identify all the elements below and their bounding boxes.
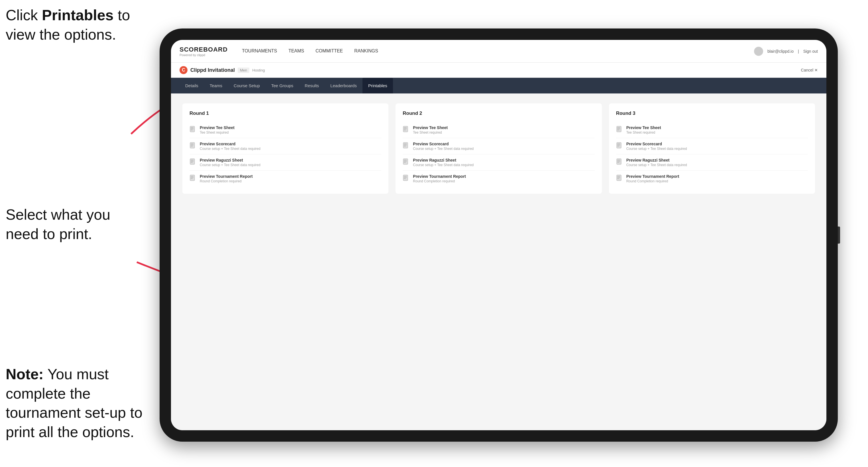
svg-rect-3 <box>191 127 193 128</box>
document-icon-8 <box>403 175 409 183</box>
round3-scorecard-title: Preview Scorecard <box>626 142 687 146</box>
round1-tee-sheet-sub: Tee Sheet required <box>200 130 235 134</box>
round2-report-text: Preview Tournament Report Round Completi… <box>413 174 466 183</box>
svg-rect-31 <box>404 176 407 177</box>
tab-details[interactable]: Details <box>180 78 204 93</box>
svg-rect-32 <box>404 177 407 178</box>
svg-rect-13 <box>191 162 193 163</box>
svg-rect-25 <box>404 146 406 147</box>
svg-rect-47 <box>617 176 620 177</box>
tab-leaderboards[interactable]: Leaderboards <box>324 78 363 93</box>
tournament-status: Hosting <box>252 68 265 72</box>
round2-scorecard-title: Preview Scorecard <box>413 142 474 146</box>
nav-tournaments[interactable]: TOURNAMENTS <box>242 49 277 54</box>
round2-tournament-report[interactable]: Preview Tournament Report Round Completi… <box>403 171 594 187</box>
document-icon-7 <box>403 158 409 166</box>
svg-rect-37 <box>617 130 619 130</box>
round3-raguzzi[interactable]: Preview Raguzzi Sheet Course setup + Tee… <box>616 154 808 171</box>
round3-report-sub: Round Completion required <box>626 179 679 183</box>
tab-tee-groups[interactable]: Tee Groups <box>266 78 299 93</box>
svg-rect-2 <box>190 126 195 132</box>
tablet-screen: SCOREBOARD Powered by clippd TOURNAMENTS… <box>171 40 827 430</box>
svg-rect-7 <box>191 144 193 144</box>
tournament-logo: C <box>180 66 187 74</box>
svg-rect-12 <box>191 161 193 161</box>
document-icon-4 <box>189 175 196 183</box>
round1-scorecard[interactable]: Preview Scorecard Course setup + Tee She… <box>189 138 381 154</box>
svg-rect-26 <box>403 159 408 164</box>
svg-rect-38 <box>617 143 621 148</box>
round3-tee-sheet-text: Preview Tee Sheet Tee Sheet required <box>626 125 661 134</box>
tab-printables[interactable]: Printables <box>363 78 393 93</box>
round2-tee-sheet-title: Preview Tee Sheet <box>413 125 448 130</box>
svg-rect-30 <box>403 175 408 181</box>
round1-tournament-report[interactable]: Preview Tournament Report Round Completi… <box>189 171 381 187</box>
tab-results[interactable]: Results <box>299 78 324 93</box>
round3-report-title: Preview Tournament Report <box>626 174 679 179</box>
round1-raguzzi-sub: Course setup + Tee Sheet data required <box>200 163 260 167</box>
svg-rect-42 <box>617 159 621 164</box>
document-icon-6 <box>403 142 409 150</box>
round2-scorecard[interactable]: Preview Scorecard Course setup + Tee She… <box>403 138 594 154</box>
top-nav: SCOREBOARD Powered by clippd TOURNAMENTS… <box>171 40 827 63</box>
svg-rect-9 <box>191 146 193 147</box>
svg-rect-39 <box>617 144 620 144</box>
nav-teams[interactable]: TEAMS <box>288 49 304 54</box>
document-icon-12 <box>616 175 623 183</box>
cancel-button[interactable]: Cancel ✕ <box>801 68 818 72</box>
round2-raguzzi[interactable]: Preview Raguzzi Sheet Course setup + Tee… <box>403 154 594 171</box>
annotation-middle: Select what you need to print. <box>6 205 143 244</box>
document-icon-2 <box>189 142 196 150</box>
round2-tee-sheet[interactable]: Preview Tee Sheet Tee Sheet required <box>403 122 594 138</box>
round2-report-title: Preview Tournament Report <box>413 174 466 179</box>
round1-report-text: Preview Tournament Report Round Completi… <box>200 174 253 183</box>
separator: | <box>798 49 799 54</box>
round2-raguzzi-title: Preview Raguzzi Sheet <box>413 158 474 162</box>
sign-out[interactable]: Sign out <box>803 49 818 54</box>
svg-rect-35 <box>617 127 620 128</box>
round-2-title: Round 2 <box>403 111 594 116</box>
svg-rect-14 <box>190 175 195 181</box>
round1-tee-sheet-title: Preview Tee Sheet <box>200 125 235 130</box>
round3-tournament-report[interactable]: Preview Tournament Report Round Completi… <box>616 171 808 187</box>
svg-rect-18 <box>403 126 408 132</box>
tablet: SCOREBOARD Powered by clippd TOURNAMENTS… <box>160 29 838 442</box>
svg-rect-22 <box>403 143 408 148</box>
round1-scorecard-text: Preview Scorecard Course setup + Tee She… <box>200 142 260 151</box>
svg-rect-49 <box>617 178 619 179</box>
svg-rect-28 <box>404 161 407 161</box>
nav-committee[interactable]: COMMITTEE <box>315 49 343 54</box>
round2-raguzzi-text: Preview Raguzzi Sheet Course setup + Tee… <box>413 158 474 167</box>
nav-rankings[interactable]: RANKINGS <box>354 49 378 54</box>
svg-rect-17 <box>191 178 193 179</box>
tournament-bar: C Clippd Invitational Men Hosting Cancel… <box>171 63 827 78</box>
round1-tee-sheet[interactable]: Preview Tee Sheet Tee Sheet required <box>189 122 381 138</box>
round3-tee-sheet[interactable]: Preview Tee Sheet Tee Sheet required <box>616 122 808 138</box>
svg-rect-48 <box>617 177 620 178</box>
tab-course-setup[interactable]: Course Setup <box>228 78 266 93</box>
svg-rect-15 <box>191 176 193 177</box>
note-bold: Note: <box>6 366 43 382</box>
round1-scorecard-sub: Course setup + Tee Sheet data required <box>200 147 260 151</box>
tab-teams[interactable]: Teams <box>204 78 228 93</box>
round1-raguzzi[interactable]: Preview Raguzzi Sheet Course setup + Tee… <box>189 154 381 171</box>
round-1-title: Round 1 <box>189 111 381 116</box>
document-icon-3 <box>189 158 196 166</box>
round3-tee-sheet-title: Preview Tee Sheet <box>626 125 661 130</box>
round1-report-title: Preview Tournament Report <box>200 174 253 179</box>
round3-scorecard[interactable]: Preview Scorecard Course setup + Tee She… <box>616 138 808 154</box>
svg-rect-24 <box>404 145 407 145</box>
printables-bold: Printables <box>42 7 114 23</box>
round3-raguzzi-text: Preview Raguzzi Sheet Course setup + Tee… <box>626 158 687 167</box>
round1-report-sub: Round Completion required <box>200 179 253 183</box>
tournament-badge: Men <box>238 67 249 73</box>
sub-nav: Details Teams Course Setup Tee Groups Re… <box>171 78 827 93</box>
document-icon <box>189 126 196 134</box>
tournament-name: Clippd Invitational <box>190 67 235 73</box>
svg-rect-8 <box>191 145 193 145</box>
round3-raguzzi-title: Preview Raguzzi Sheet <box>626 158 687 162</box>
svg-rect-43 <box>617 160 620 160</box>
user-avatar <box>754 47 763 56</box>
svg-rect-16 <box>191 177 193 178</box>
svg-rect-6 <box>190 143 195 148</box>
